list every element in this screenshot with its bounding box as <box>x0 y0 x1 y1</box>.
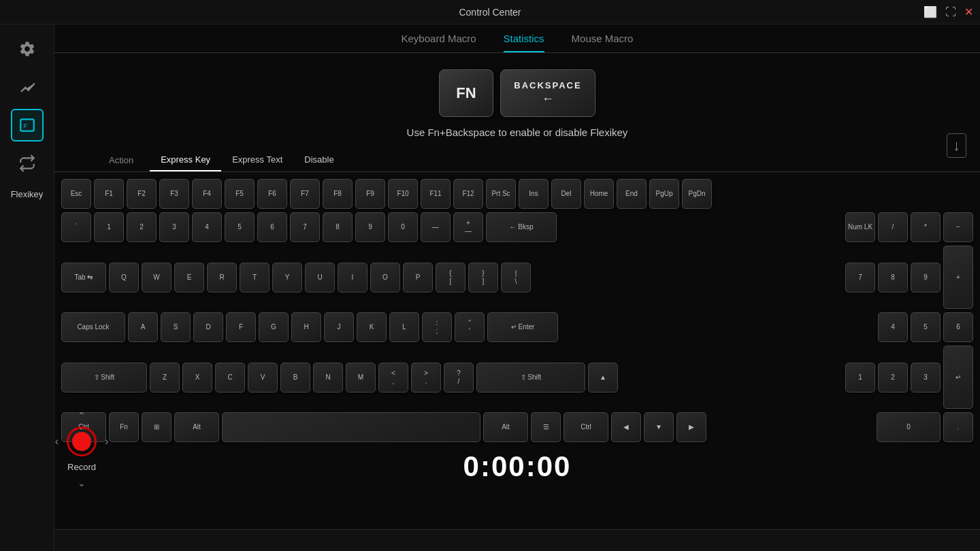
key-l[interactable]: L <box>389 312 419 342</box>
key-r[interactable]: R <box>207 263 237 293</box>
key-comma[interactable]: <, <box>378 363 408 393</box>
key-up-arrow[interactable]: ▲ <box>588 363 618 393</box>
key-bracket-open[interactable]: {[ <box>436 263 466 293</box>
key-f11[interactable]: F11 <box>421 179 451 209</box>
key-p[interactable]: P <box>403 263 433 293</box>
key-u[interactable]: U <box>305 263 335 293</box>
key-home[interactable]: Home <box>584 179 614 209</box>
key-num-7[interactable]: 7 <box>845 263 875 293</box>
key-i[interactable]: I <box>338 263 368 293</box>
key-5[interactable]: 5 <box>225 212 255 242</box>
key-right-shift[interactable]: ⇧ Shift <box>476 363 585 393</box>
key-f3[interactable]: F3 <box>159 179 189 209</box>
key-num-8[interactable]: 8 <box>878 263 908 293</box>
key-left-shift[interactable]: ⇧ Shift <box>61 363 147 393</box>
key-q[interactable]: Q <box>109 263 139 293</box>
key-num-enter[interactable]: ↵ <box>943 346 973 409</box>
record-down-chevron[interactable]: ⌄ <box>78 478 86 488</box>
key-num-dot[interactable]: . <box>943 412 973 442</box>
record-prev-arrow[interactable]: ‹ <box>55 435 59 448</box>
key-num-4[interactable]: 4 <box>878 312 908 342</box>
key-semicolon[interactable]: :; <box>422 312 452 342</box>
key-backtick[interactable]: ` <box>61 212 91 242</box>
key-0[interactable]: 0 <box>388 212 418 242</box>
key-7[interactable]: 7 <box>290 212 320 242</box>
key-menu[interactable]: ☰ <box>531 412 561 442</box>
key-n[interactable]: N <box>313 363 343 393</box>
key-s[interactable]: S <box>161 312 191 342</box>
key-b[interactable]: B <box>280 363 310 393</box>
key-k[interactable]: K <box>357 312 387 342</box>
key-f5[interactable]: F5 <box>225 179 255 209</box>
key-m[interactable]: M <box>346 363 376 393</box>
key-num-6[interactable]: 6 <box>943 312 973 342</box>
sidebar-icon-macro[interactable] <box>11 147 44 180</box>
record-up-chevron[interactable]: ⌃ <box>78 410 86 421</box>
key-f7[interactable]: F7 <box>290 179 320 209</box>
sidebar-icon-performance[interactable] <box>11 71 44 103</box>
tab-mouse-macro[interactable]: Mouse Macro <box>572 33 634 52</box>
key-left-arrow[interactable]: ◀ <box>611 412 641 442</box>
key-f1[interactable]: F1 <box>94 179 124 209</box>
key-fn[interactable]: Fn <box>109 412 139 442</box>
close-button[interactable]: ✕ <box>964 7 973 18</box>
record-button[interactable] <box>67 427 97 456</box>
key-period[interactable]: >. <box>411 363 441 393</box>
download-button[interactable]: ↓ <box>947 133 966 158</box>
key-pgup[interactable]: PgUp <box>649 179 679 209</box>
key-num-3[interactable]: 3 <box>911 363 941 393</box>
key-minus[interactable]: — <box>421 212 451 242</box>
key-g[interactable]: G <box>259 312 289 342</box>
key-v[interactable]: V <box>248 363 278 393</box>
key-prtsc[interactable]: Prt Sc <box>486 179 516 209</box>
key-right-ctrl[interactable]: Ctrl <box>564 412 608 442</box>
key-slash[interactable]: ?/ <box>444 363 474 393</box>
key-f[interactable]: F <box>226 312 256 342</box>
key-num-plus[interactable]: + <box>943 246 973 309</box>
sidebar-icon-flexikey[interactable]: F <box>11 109 44 141</box>
action-tab-disable[interactable]: Disable <box>293 149 344 171</box>
key-num-2[interactable]: 2 <box>878 363 908 393</box>
restore-button[interactable]: ⬜ <box>924 7 937 18</box>
key-num-0[interactable]: 0 <box>877 412 941 442</box>
key-backspace[interactable]: ← Bksp <box>486 212 557 242</box>
key-equals[interactable]: +— <box>453 212 483 242</box>
key-esc[interactable]: Esc <box>61 179 91 209</box>
key-z[interactable]: Z <box>150 363 180 393</box>
key-y[interactable]: Y <box>272 263 302 293</box>
key-del[interactable]: Del <box>551 179 581 209</box>
key-f8[interactable]: F8 <box>323 179 353 209</box>
key-f10[interactable]: F10 <box>388 179 418 209</box>
key-space[interactable] <box>222 412 480 442</box>
action-tab-express-text[interactable]: Express Text <box>221 149 293 171</box>
key-capslock[interactable]: Caps Lock <box>61 312 125 342</box>
sidebar-icon-settings[interactable] <box>11 33 44 65</box>
key-right-alt[interactable]: Alt <box>483 412 528 442</box>
key-pgdn[interactable]: PgDn <box>682 179 712 209</box>
key-x[interactable]: X <box>182 363 212 393</box>
key-t[interactable]: T <box>240 263 270 293</box>
key-numlk[interactable]: Num LK <box>845 212 875 242</box>
key-f6[interactable]: F6 <box>257 179 287 209</box>
key-f12[interactable]: F12 <box>453 179 483 209</box>
key-end[interactable]: End <box>617 179 647 209</box>
key-2[interactable]: 2 <box>127 212 157 242</box>
key-4[interactable]: 4 <box>192 212 222 242</box>
key-ins[interactable]: Ins <box>519 179 549 209</box>
tab-keyboard-macro[interactable]: Keyboard Macro <box>402 33 476 52</box>
key-8[interactable]: 8 <box>323 212 353 242</box>
record-next-arrow[interactable]: › <box>105 435 108 448</box>
key-right-arrow[interactable]: ▶ <box>676 412 706 442</box>
key-1[interactable]: 1 <box>94 212 124 242</box>
key-num-9[interactable]: 9 <box>911 263 941 293</box>
key-num-minus[interactable]: − <box>943 212 973 242</box>
key-num-slash[interactable]: / <box>878 212 908 242</box>
key-j[interactable]: J <box>324 312 354 342</box>
key-c[interactable]: C <box>215 363 245 393</box>
key-tab[interactable]: Tab ⇆ <box>61 263 106 293</box>
key-o[interactable]: O <box>370 263 400 293</box>
key-3[interactable]: 3 <box>159 212 189 242</box>
key-num-star[interactable]: * <box>911 212 941 242</box>
key-e[interactable]: E <box>174 263 204 293</box>
key-f2[interactable]: F2 <box>127 179 157 209</box>
